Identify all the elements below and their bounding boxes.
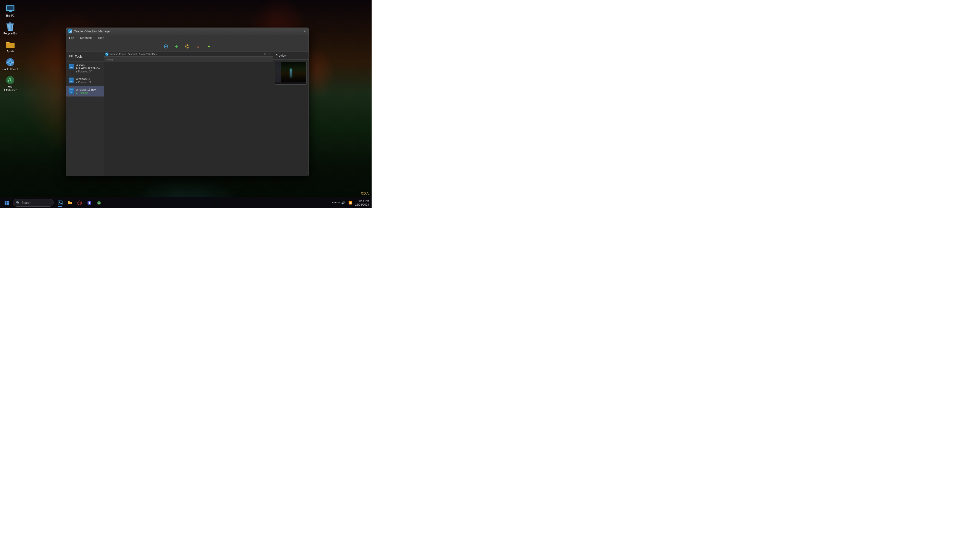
nested-vm-maximize[interactable]: □ [264,53,267,56]
vbox-minimize-btn[interactable]: − [293,30,296,33]
vm-name-viboot: viBoot - A9EAC050CCA257... [76,64,103,70]
taskbar-search-box[interactable]: 🔍 Search [13,199,54,206]
vbox-body: Tools viBoot - A9EAC050CC [66,52,309,176]
svg-rect-68 [7,201,9,203]
svg-rect-35 [70,65,73,67]
vm-icon-win11-new [68,88,74,94]
vm-status-text-win11: Powered Off [78,81,92,84]
msi-afterburner-icon [5,75,15,85]
taskbar-app-vbox[interactable] [56,198,65,207]
vbox-title-text: Oracle VirtualBox Manager [74,30,293,33]
svg-rect-38 [70,79,73,81]
ayush-folder-icon [5,39,15,49]
vm-list: viBoot - A9EAC050CCA257... Powered Off [66,62,103,176]
desktop-icon-this-pc[interactable]: This PC [1,3,19,18]
virtualbox-manager-window: Oracle VirtualBox Manager − □ ✕ File Mac… [66,27,309,176]
taskbar-app-browser[interactable] [75,198,84,207]
menu-file[interactable]: File [68,36,75,40]
preview-thumbnail [275,62,307,85]
desktop-icon-recycle-bin[interactable]: Recycle Bin [1,21,19,36]
svg-rect-32 [69,55,70,57]
xda-watermark: XDA [361,191,369,195]
taskbar-right-area: ⌃ ENG US 🔊 📶 5:48 PM 12/25/2024 [326,199,372,206]
taskbar-app-folder[interactable] [65,198,75,207]
taskbar-app-extra[interactable]: G [94,198,103,207]
taskbar-system-tray: ⌃ ENG US 🔊 📶 [326,200,353,206]
msi-afterburner-label: MSI Afterburner [2,86,18,92]
taskbar-tray-chevron[interactable]: ⌃ [326,200,332,206]
desktop-icon-control-panel[interactable]: Control Panel [1,56,19,72]
toolbar-new-btn[interactable] [172,42,181,51]
desktop-icon-msi-afterburner[interactable]: MSI Afterburner [1,74,19,93]
vm-status-text-viboot: Powered Off [78,70,92,73]
vm-item-viboot[interactable]: viBoot - A9EAC050CCA257... Powered Off [66,62,103,75]
taskbar-tray-network[interactable]: 📶 [347,200,353,206]
preview-panel: Preview [273,52,309,176]
tools-icon [69,54,73,59]
ayush-label: Ayush [6,50,14,53]
vm-display-area[interactable]: windows 11 new [Running] - Oracle Virtua… [104,52,273,176]
svg-rect-43 [71,92,72,93]
menu-help[interactable]: Help [97,36,105,40]
svg-rect-4 [6,24,14,24]
svg-rect-73 [60,203,62,204]
taskbar-start-btn[interactable] [2,198,11,207]
vbox-vm-sidebar: Tools viBoot - A9EAC050CC [66,52,104,176]
vm-details-viboot: viBoot - A9EAC050CCA257... Powered Off [76,64,103,73]
vm-icon-win11 [68,78,74,83]
toolbar-go-btn[interactable] [205,42,213,51]
taskbar-clock[interactable]: 5:48 PM 12/25/2024 [355,199,369,206]
svg-text:G: G [98,202,100,204]
svg-rect-1 [7,6,14,10]
svg-rect-72 [59,202,60,203]
svg-line-8 [11,25,12,30]
svg-rect-67 [5,201,6,203]
desktop-icon-area: This PC Recycle Bin [1,3,19,93]
vm-icon-viboot [68,64,74,69]
nested-vm-minimize[interactable]: − [260,53,262,56]
vbox-main-area: windows 11 new [Running] - Oracle Virtua… [104,52,309,176]
preview-taskbar-representation [275,83,306,84]
svg-point-11 [10,62,11,63]
vm-name-win11: windows 11 [76,77,101,80]
svg-rect-33 [71,56,72,57]
nested-vm-close[interactable]: ✕ [268,53,271,56]
menu-machine[interactable]: Machine [79,36,93,40]
svg-rect-36 [70,67,73,68]
svg-rect-70 [7,203,9,205]
vm-name-win11-new: windows 11 new [76,88,101,91]
taskbar-pinned-apps: G [56,198,103,207]
svg-rect-18 [69,30,70,32]
tools-label: Tools [75,55,83,59]
nested-vm-title-text: windows 11 new [Running] - Oracle Virtua… [110,53,259,56]
svg-rect-39 [70,81,73,82]
vbox-maximize-btn[interactable]: □ [298,30,301,33]
desktop-icon-ayush[interactable]: Ayush [1,38,19,54]
toolbar-settings2-btn[interactable] [183,42,191,51]
recycle-bin-icon [5,21,15,32]
svg-point-29 [187,46,188,47]
taskbar-tray-sound[interactable]: 🔊 [340,200,346,206]
preview-glow [290,69,292,78]
taskbar-search-text: Search [21,201,31,205]
vm-item-win11[interactable]: windows 11 Powered Off [66,75,103,86]
vm-status-dot-win11 [76,82,77,83]
toolbar-download-btn[interactable] [194,42,202,51]
toolbar-settings-btn[interactable] [162,42,170,51]
vbox-menubar: File Machine Help [66,35,309,41]
vbox-title-icon [68,29,72,33]
vbox-titlebar: Oracle VirtualBox Manager − □ ✕ [66,28,309,35]
windows-taskbar: 🔍 Search [0,197,372,208]
preview-title: Preview [273,52,309,60]
vbox-close-btn[interactable]: ✕ [303,30,307,33]
statusbar-text: None [107,58,113,61]
svg-rect-19 [70,32,71,32]
running-arrow-icon: ▶ [76,92,78,94]
vm-details-win11-new: windows 11 new ▶ Running [76,88,101,94]
vbox-window-controls: − □ ✕ [293,30,307,33]
taskbar-clock-time: 5:48 PM [355,199,369,203]
vm-item-win11-new[interactable]: windows 11 new ▶ Running [66,86,103,97]
taskbar-app-store[interactable] [85,198,94,207]
desktop: This PC Recycle Bin [0,0,372,208]
svg-rect-5 [9,22,11,24]
